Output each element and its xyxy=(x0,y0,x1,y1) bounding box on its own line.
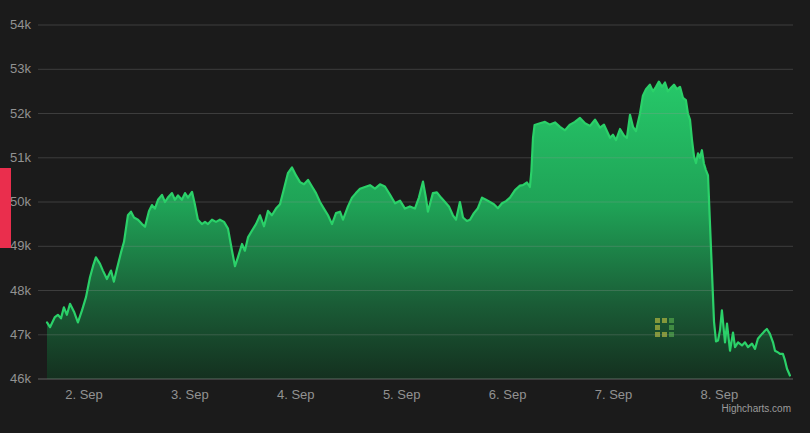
y-tick-label: 51k xyxy=(10,150,31,165)
x-tick-label: 4. Sep xyxy=(277,387,315,402)
chart-plot-area[interactable]: 46k47k48k49k50k51k52k53k54k2. Sep3. Sep4… xyxy=(0,0,810,433)
y-tick-label: 50k xyxy=(10,194,31,209)
y-tick-label: 53k xyxy=(10,61,31,76)
x-tick-label: 3. Sep xyxy=(171,387,209,402)
bitcoin-price-chart: 46k47k48k49k50k51k52k53k54k2. Sep3. Sep4… xyxy=(0,0,810,433)
y-tick-label: 52k xyxy=(10,106,31,121)
x-tick-label: 6. Sep xyxy=(489,387,527,402)
x-tick-label: 2. Sep xyxy=(65,387,103,402)
y-tick-label: 48k xyxy=(10,283,31,298)
x-axis-labels: 2. Sep3. Sep4. Sep5. Sep6. Sep7. Sep8. S… xyxy=(65,387,738,402)
y-tick-label: 47k xyxy=(10,327,31,342)
x-tick-label: 7. Sep xyxy=(595,387,633,402)
y-tick-label: 46k xyxy=(10,371,31,386)
y-tick-label: 49k xyxy=(10,238,31,253)
left-edge-red-bar xyxy=(0,168,11,248)
x-tick-label: 8. Sep xyxy=(701,387,739,402)
highcharts-credit-link[interactable]: Highcharts.com xyxy=(722,403,791,414)
y-axis-labels: 46k47k48k49k50k51k52k53k54k xyxy=(10,17,31,386)
x-tick-label: 5. Sep xyxy=(383,387,421,402)
y-tick-label: 54k xyxy=(10,17,31,32)
